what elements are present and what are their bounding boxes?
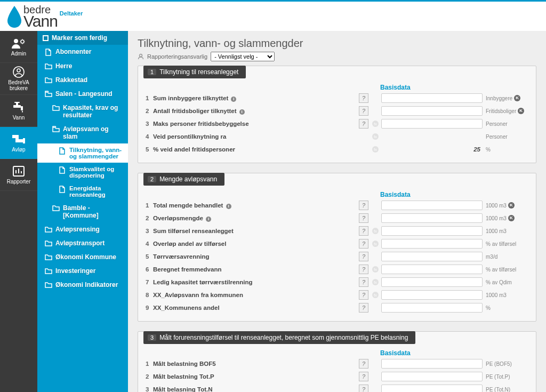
rail-avlop[interactable]: Avløp [0, 127, 37, 159]
row-label: Tørrværsavrenning [151, 253, 359, 260]
value-input[interactable] [381, 226, 483, 236]
rail-brukere[interactable]: BedreVA brukere [0, 63, 37, 95]
form-row: 3Maks personer fritidsbebyggelse?fxPerso… [146, 119, 528, 129]
row-label: Målt belastning BOF5 [151, 361, 359, 367]
unit-label: % av tilførsel [486, 241, 516, 247]
tree-okonomi-ind[interactable]: Økonomi Indikatorer [37, 278, 128, 292]
svg-text:fx: fx [374, 280, 377, 285]
form-row: 1Sum innbyggere tilknyttet i?fxInnbygger… [146, 93, 528, 103]
info-icon[interactable]: i [239, 109, 245, 115]
row-label: Maks personer fritidsbebyggelse [151, 121, 359, 127]
unit-label: PE (Tot.P) [486, 374, 510, 380]
tree-okonomi-kommune[interactable]: Økonomi Kommune [37, 250, 128, 264]
unit-label: Innbyggere [486, 95, 512, 101]
row-index: 7 [146, 279, 151, 285]
form-row: 2Overløpsmengde i?fx1000 m3K [146, 213, 528, 223]
value-input[interactable] [381, 277, 483, 287]
rail-rapporter-label: Rapporter [7, 179, 30, 185]
tree-energidata[interactable]: Energidata renseanlegg [37, 182, 128, 201]
unit-label: PE (BOF5) [486, 361, 512, 367]
rail-nav: Admin BedreVA brukere Vann Avløp Rapport… [0, 31, 37, 392]
help-button[interactable]: ? [359, 106, 368, 116]
unit-label: 1000 m3 [486, 215, 507, 221]
value-input[interactable] [381, 372, 483, 381]
form-row: 4Overløp andel av tilførsel?fx% av tilfø… [146, 239, 528, 249]
row-index: 1 [146, 361, 151, 367]
help-button[interactable]: ? [359, 372, 368, 381]
info-icon[interactable]: i [226, 204, 231, 209]
tap-icon [12, 101, 26, 113]
calc-icon: fx [372, 291, 379, 299]
help-button[interactable]: ? [359, 277, 368, 287]
value-input[interactable] [381, 359, 483, 369]
help-button[interactable]: ? [359, 239, 368, 249]
help-button[interactable]: ? [359, 290, 368, 300]
help-button[interactable]: ? [359, 93, 368, 103]
form-row: 1Målt belastning BOF5?fxPE (BOF5) [146, 359, 528, 369]
rail-vann[interactable]: Vann [0, 95, 37, 127]
svg-point-0 [14, 39, 18, 43]
value-input[interactable] [381, 213, 483, 223]
tree-bamble[interactable]: Bamble - [Kommune] [37, 201, 128, 222]
help-button[interactable]: ? [359, 226, 368, 236]
value-input[interactable] [381, 385, 483, 392]
help-button[interactable]: ? [359, 385, 368, 392]
tree-avlopsrensing[interactable]: Avløpsrensing [37, 222, 128, 236]
row-index: 1 [146, 202, 151, 209]
tree-investeringer[interactable]: Investeringer [37, 264, 128, 278]
logo-text-bottom: Vann [23, 12, 58, 30]
tree-herre[interactable]: Herre [37, 59, 128, 73]
svg-point-3 [17, 69, 20, 72]
value-input[interactable] [381, 119, 483, 129]
section-3-header: 3Målt forurensningstilførsel til rensean… [143, 331, 415, 344]
help-button[interactable]: ? [359, 213, 368, 223]
help-button[interactable]: ? [359, 119, 368, 129]
help-button[interactable]: ? [359, 359, 368, 369]
help-button[interactable]: ? [359, 252, 368, 261]
tree-tilknytning[interactable]: Tilknytning, vann- og slammengder [37, 143, 128, 163]
document-icon [59, 147, 66, 155]
row-index: 2 [146, 108, 151, 114]
value-input[interactable] [381, 106, 483, 116]
help-button[interactable]: ? [359, 303, 368, 313]
value-input[interactable] [381, 93, 483, 103]
section-3: 3Målt forurensningstilførsel til rensean… [138, 331, 536, 392]
row-label: Overløpsmengde i [151, 215, 359, 222]
unit-label: % av Qdim [486, 279, 512, 285]
row-index: 4 [146, 133, 151, 140]
resp-select[interactable]: - Vennligst velg - [211, 52, 275, 61]
row-index: 1 [146, 95, 151, 101]
tree-rakkestad[interactable]: Rakkestad [37, 73, 128, 87]
info-icon[interactable]: i [231, 97, 236, 102]
row-index: 3 [146, 121, 151, 127]
mark-done-label: Marker som ferdig [52, 34, 107, 42]
value-input[interactable] [381, 265, 483, 274]
value-input[interactable] [381, 290, 483, 300]
help-button[interactable]: ? [359, 201, 368, 210]
form-row: 3Sum tilførsel renseanlegget?fx1000 m3 [146, 226, 528, 236]
tree-salen[interactable]: Salen - Langesund [37, 87, 128, 101]
section-1: 1Tilknytning til renseanlegget Basisdata… [138, 66, 536, 163]
help-button[interactable]: ? [359, 265, 368, 274]
rail-admin[interactable]: Admin [0, 31, 37, 63]
value-input[interactable] [381, 201, 483, 210]
info-icon[interactable]: i [206, 217, 211, 222]
tree-slamkvalitet[interactable]: Slamkvalitet og disponering [37, 163, 128, 182]
value-input[interactable] [381, 239, 483, 249]
svg-text:fx: fx [374, 293, 377, 298]
tree-abonnenter[interactable]: Abonnenter [37, 45, 128, 59]
rail-vann-label: Vann [13, 115, 25, 121]
row-label: Antall fritidsboliger tilknyttet i [151, 108, 359, 115]
value-input[interactable] [381, 303, 483, 313]
row-label: Ledig kapasitet tørrværstilrenning [151, 279, 359, 285]
chart-icon [12, 165, 26, 177]
row-index: 3 [146, 386, 151, 392]
calc-icon: fx [372, 133, 379, 140]
rail-rapporter[interactable]: Rapporter [0, 159, 37, 191]
tree-avlopstransport[interactable]: Avløpstransport [37, 236, 128, 250]
row-index: 3 [146, 228, 151, 234]
tree-avlopsvann[interactable]: Avløpsvann og slam [37, 122, 128, 143]
tree-kapasitet[interactable]: Kapasitet, krav og resultater [37, 101, 128, 122]
value-input[interactable] [381, 252, 483, 261]
mark-done-toggle[interactable]: Marker som ferdig [37, 31, 128, 45]
